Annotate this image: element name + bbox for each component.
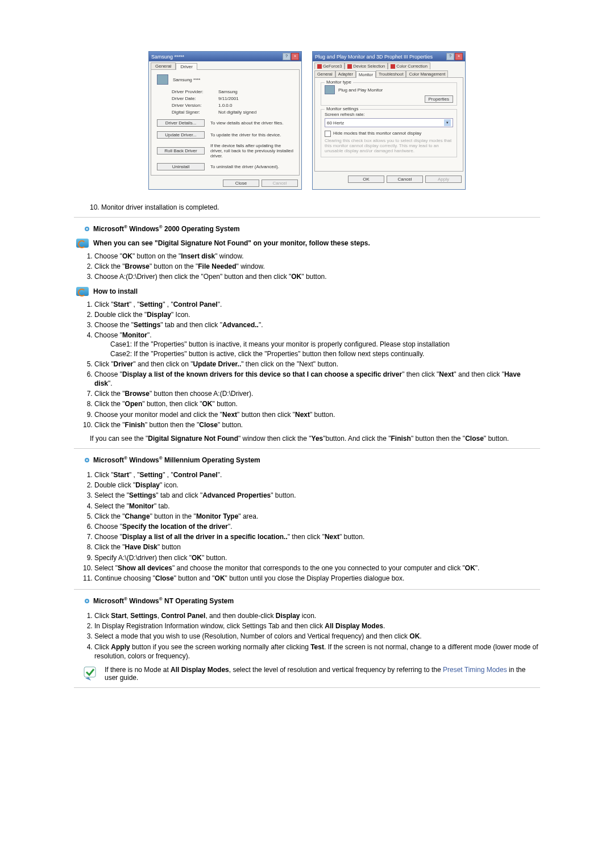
list-item: Click the "Open" button, then click "OK"… xyxy=(94,399,540,409)
provider-value: Samsung xyxy=(218,89,238,94)
driver-properties-dialog: Samsung ***** ? × General Driver Samsung… xyxy=(148,51,302,190)
hide-modes-label: Hide modes that this monitor cannot disp… xyxy=(333,131,421,136)
section-title-text: Microsoft® Windows® NT Operating System xyxy=(93,596,234,605)
device-name: Samsung **** xyxy=(173,77,200,82)
subhead-text: How to install xyxy=(93,287,138,295)
monitor-type-legend: Monitor type xyxy=(325,80,353,85)
nt-steps-list: Click Start, Settings, Control Panel, an… xyxy=(74,611,540,661)
tab-color-correction[interactable]: Color Correction xyxy=(388,62,430,69)
date-value: 9/11/2001 xyxy=(218,96,239,101)
list-item: Click "Start" , "Setting" , "Control Pan… xyxy=(94,470,540,480)
tab-driver[interactable]: Driver xyxy=(176,63,197,70)
refresh-rate-label: Screen refresh rate: xyxy=(325,112,453,117)
section-title-winnt: Microsoft® Windows® NT Operating System xyxy=(84,596,540,605)
tab-adapter[interactable]: Adapter xyxy=(335,70,356,77)
tab-color-management[interactable]: Color Management xyxy=(406,70,448,77)
help-icon[interactable]: ? xyxy=(446,53,454,60)
case-note: Case2: If the "Properties" button is act… xyxy=(110,349,540,358)
close-button[interactable]: Close xyxy=(223,180,259,187)
bullet-icon xyxy=(84,226,90,232)
bullet-icon xyxy=(84,457,90,463)
svg-point-5 xyxy=(86,600,88,602)
cancel-button-2[interactable]: Cancel xyxy=(387,176,423,183)
version-label: Driver Version: xyxy=(172,103,218,108)
nvidia-icon xyxy=(347,64,352,69)
monitor-settings-legend: Monitor settings xyxy=(325,106,360,111)
driver-details-button[interactable]: Driver Details... xyxy=(157,119,205,127)
list-item: Select the "Settings" tab and click "Adv… xyxy=(94,490,540,500)
apply-button: Apply xyxy=(425,176,462,183)
svg-point-1 xyxy=(86,228,88,229)
list-item: In Display Registration Information wind… xyxy=(94,621,540,631)
tab-general[interactable]: General xyxy=(151,62,176,69)
list-item: Choose "Display a list of all the driver… xyxy=(94,532,540,542)
dlg2-titlebar: Plug and Play Monitor and 3D Prophet III… xyxy=(313,52,465,61)
uninstall-button[interactable]: Uninstall xyxy=(157,163,205,170)
driver-details-desc: To view details about the driver files. xyxy=(210,120,284,126)
rollback-driver-desc: If the device fails after updating the d… xyxy=(210,143,293,158)
case-note: Case1: If the "Properties" button is ina… xyxy=(110,340,540,349)
list-item: Choose your monitor model and click the … xyxy=(94,410,540,420)
screenshot-row: Samsung ***** ? × General Driver Samsung… xyxy=(74,51,540,190)
list-item: Click "Start" , "Setting" , "Control Pan… xyxy=(94,299,540,310)
list-item: Click the "Browse" button on the "File N… xyxy=(94,261,540,272)
section-title-win2000: Microsoft® Windows® 2000 Operating Syste… xyxy=(84,224,540,233)
tab-monitor[interactable]: Monitor xyxy=(356,71,376,78)
display-properties-dialog: Plug and Play Monitor and 3D Prophet III… xyxy=(312,51,466,190)
tab-geforce3[interactable]: GeForce3 xyxy=(314,62,345,69)
monitor-type-group: Monitor type Plug and Play Monitor Prope… xyxy=(321,82,457,106)
monitor-type-value: Plug and Play Monitor xyxy=(338,87,383,93)
subhead-text: When you can see "Digital Signature Not … xyxy=(93,239,370,247)
monitor-settings-group: Monitor settings Screen refresh rate: 60… xyxy=(321,109,457,157)
cancel-button: Cancel xyxy=(262,180,298,187)
list-item: Click the "Browse" button then choose A:… xyxy=(94,389,540,399)
list-item: Select a mode that you wish to use (Reso… xyxy=(94,631,540,641)
chevron-down-icon: ▾ xyxy=(444,119,451,126)
step-10-text: 10. Monitor driver installation is compl… xyxy=(90,203,540,211)
dlg2-title: Plug and Play Monitor and 3D Prophet III… xyxy=(315,54,433,60)
nvidia-icon xyxy=(391,64,395,69)
list-item: Click Apply button if you see the screen… xyxy=(94,642,540,661)
subhead-how-to-install: How to install xyxy=(76,287,540,296)
list-item: Choose "Monitor".Case1: If the "Properti… xyxy=(94,330,540,359)
tab-general-2[interactable]: General xyxy=(314,70,335,77)
section-title-winme: Microsoft® Windows® Millennium Operating… xyxy=(84,456,540,464)
list-item: Choose "Specify the location of the driv… xyxy=(94,521,540,532)
me-steps-list: Click "Start" , "Setting" , "Control Pan… xyxy=(74,470,540,583)
refresh-rate-select[interactable]: 60 Hertz ▾ xyxy=(325,118,453,127)
help-icon[interactable]: ? xyxy=(283,53,291,60)
refresh-rate-value: 60 Hertz xyxy=(327,120,344,126)
tab-troubleshoot[interactable]: Troubleshoot xyxy=(376,70,406,77)
close-icon[interactable]: × xyxy=(291,53,299,60)
hide-modes-checkbox[interactable] xyxy=(325,131,331,137)
dlg1-title: Samsung ***** xyxy=(151,54,184,60)
list-item: Continue choosing "Close" button and "OK… xyxy=(94,573,540,583)
list-item: Double click "Display" icon. xyxy=(94,480,540,490)
divider xyxy=(74,448,540,449)
update-driver-button[interactable]: Update Driver... xyxy=(157,131,205,139)
tab-device-selection[interactable]: Device Selection xyxy=(345,62,388,69)
close-icon[interactable]: × xyxy=(455,53,463,60)
info-icon xyxy=(76,239,89,248)
section-title-text: Microsoft® Windows® 2000 Operating Syste… xyxy=(93,224,240,233)
preset-timing-link[interactable]: Preset Timing Modes xyxy=(443,666,507,674)
provider-label: Driver Provider: xyxy=(172,89,218,94)
signer-label: Digital Signer: xyxy=(172,110,218,115)
svg-point-3 xyxy=(86,459,88,461)
list-item: Choose the "Settings" tab and then click… xyxy=(94,320,540,330)
svg-rect-6 xyxy=(84,667,96,677)
list-item: Click the "Have Disk" button xyxy=(94,542,540,552)
signer-value: Not digitally signed xyxy=(218,110,256,115)
tab-devsel-label: Device Selection xyxy=(353,64,385,69)
ok-button[interactable]: OK xyxy=(348,176,384,183)
howto-steps-list: Click "Start" , "Setting" , "Control Pan… xyxy=(74,299,540,430)
tab-colorcorr-label: Color Correction xyxy=(396,64,428,69)
properties-button[interactable]: Properties xyxy=(425,95,453,103)
list-item: Click the "Finish" button then the "Clos… xyxy=(94,420,540,430)
list-item: Select "Show all devices" and choose the… xyxy=(94,563,540,573)
howto-tail-paragraph: If you can see the "Digital Signature No… xyxy=(90,435,540,443)
list-item: Choose A:(D:\Driver) then click the "Ope… xyxy=(94,272,540,282)
section-title-text: Microsoft® Windows® Millennium Operating… xyxy=(93,456,260,464)
version-value: 1.0.0.0 xyxy=(218,103,232,108)
rollback-driver-button[interactable]: Roll Back Driver xyxy=(157,147,205,155)
